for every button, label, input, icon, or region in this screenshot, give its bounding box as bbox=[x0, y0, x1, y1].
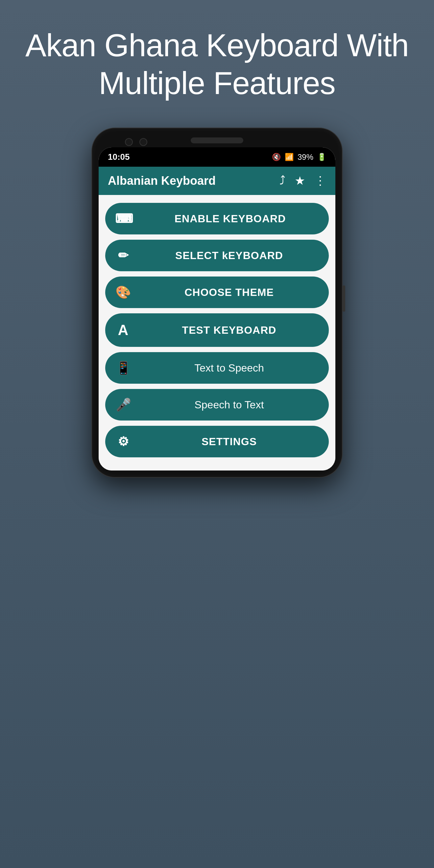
text-to-speech-button[interactable]: 📱 Text to Speech bbox=[105, 352, 329, 384]
phone-cameras bbox=[125, 138, 147, 146]
more-icon[interactable]: ⋮ bbox=[314, 174, 326, 188]
enable-keyboard-button[interactable]: ⌨ ENABLE KEYBOARD bbox=[105, 203, 329, 235]
settings-button[interactable]: ⚙ SETTINGS bbox=[105, 426, 329, 457]
phone-outer: 10:05 🔇 📶 39% 🔋 Albanian Keyboard ⤴ ★ ⋮ bbox=[92, 128, 342, 477]
toolbar-icons: ⤴ ★ ⋮ bbox=[279, 174, 326, 188]
app-title: Albanian Keyboard bbox=[108, 174, 216, 188]
settings-icon: ⚙ bbox=[115, 434, 131, 449]
status-bar: 10:05 🔇 📶 39% 🔋 bbox=[99, 147, 335, 167]
camera-dot-1 bbox=[125, 138, 133, 146]
mic-icon: 🎤 bbox=[115, 398, 131, 412]
speech-to-text-button[interactable]: 🎤 Speech to Text bbox=[105, 389, 329, 421]
mute-icon: 🔇 bbox=[272, 153, 281, 161]
phone-top-bar bbox=[99, 135, 335, 147]
status-right: 🔇 📶 39% 🔋 bbox=[272, 153, 326, 162]
palette-icon: 🎨 bbox=[115, 285, 131, 300]
choose-theme-button[interactable]: 🎨 CHOOSE THEME bbox=[105, 277, 329, 308]
menu-content: ⌨ ENABLE KEYBOARD ✏ SELECT kEYBOARD 🎨 CH… bbox=[99, 195, 335, 470]
text-to-speech-label: Text to Speech bbox=[140, 362, 319, 374]
phone-wrapper: 10:05 🔇 📶 39% 🔋 Albanian Keyboard ⤴ ★ ⋮ bbox=[92, 128, 342, 477]
speech-to-text-label: Speech to Text bbox=[140, 399, 319, 411]
side-button bbox=[343, 285, 345, 312]
keyboard-icon: ⌨ bbox=[115, 211, 133, 226]
share-icon[interactable]: ⤴ bbox=[279, 174, 285, 188]
text-a-icon: A bbox=[115, 322, 131, 338]
settings-label: SETTINGS bbox=[140, 436, 319, 448]
star-icon[interactable]: ★ bbox=[294, 174, 305, 188]
camera-dot-2 bbox=[140, 138, 147, 146]
select-keyboard-button[interactable]: ✏ SELECT kEYBOARD bbox=[105, 240, 329, 271]
main-title: Akan Ghana Keyboard With Multiple Featur… bbox=[20, 26, 414, 102]
app-toolbar: Albanian Keyboard ⤴ ★ ⋮ bbox=[99, 167, 335, 195]
tts-icon: 📱 bbox=[115, 361, 131, 375]
enable-keyboard-label: ENABLE KEYBOARD bbox=[142, 213, 319, 225]
status-time: 10:05 bbox=[108, 152, 130, 162]
title-section: Akan Ghana Keyboard With Multiple Featur… bbox=[0, 0, 434, 122]
select-keyboard-label: SELECT kEYBOARD bbox=[140, 250, 319, 262]
test-keyboard-button[interactable]: A TEST KEYBOARD bbox=[105, 313, 329, 347]
choose-theme-label: CHOOSE THEME bbox=[140, 286, 319, 299]
test-keyboard-label: TEST KEYBOARD bbox=[140, 324, 319, 336]
phone-screen: 10:05 🔇 📶 39% 🔋 Albanian Keyboard ⤴ ★ ⋮ bbox=[99, 147, 335, 470]
pencil-icon: ✏ bbox=[115, 248, 131, 263]
battery-icon: 🔋 bbox=[317, 153, 326, 161]
phone-speaker bbox=[191, 137, 243, 143]
signal-icon: 📶 bbox=[285, 153, 293, 161]
battery-text: 39% bbox=[298, 153, 313, 162]
